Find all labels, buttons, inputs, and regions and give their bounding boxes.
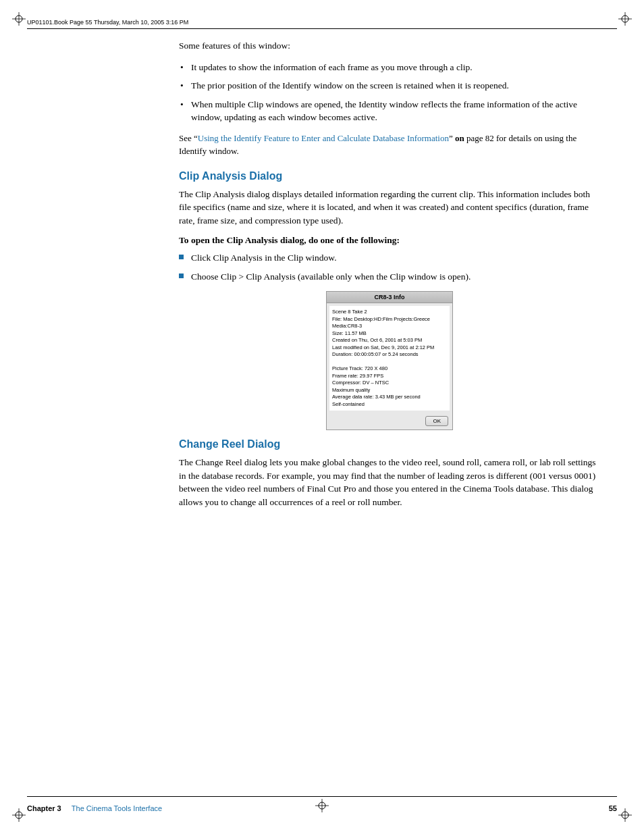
dialog-line-12: Self-contained: [332, 401, 447, 409]
intro-lead: Some features of this window:: [179, 39, 600, 53]
corner-mark-tl: [12, 12, 26, 26]
dialog-line-1: Scene 8 Take 2: [332, 309, 447, 316]
dialog-line-7: Picture Track: 720 X 480: [332, 365, 447, 373]
corner-mark-bl: [12, 808, 26, 822]
change-reel-body: The Change Reel dialog lets you make glo…: [179, 456, 600, 509]
intro-bullet-list: It updates to show the information of ea…: [179, 61, 600, 124]
step-item-2: Choose Clip > Clip Analysis (available o…: [179, 270, 600, 284]
clip-analysis-heading: Clip Analysis Dialog: [179, 170, 600, 182]
dialog-line-4: Created on Thu, Oct 6, 2001 at 5:03 PM: [332, 337, 447, 344]
footer-bar: [27, 796, 617, 797]
bullet-item-1: It updates to show the information of ea…: [179, 61, 600, 74]
dialog-line-2: File: Mac Desktop:HD:Film Projects:Greec…: [332, 316, 447, 330]
chapter-label: Chapter 3: [27, 804, 61, 812]
step-item-1: Click Clip Analysis in the Clip window.: [179, 251, 600, 265]
dialog-line-11: Average data rate: 3.43 MB per second: [332, 394, 447, 401]
page: UP01101.Book Page 55 Thursday, March 10,…: [0, 0, 644, 834]
corner-mark-tr: [618, 12, 632, 26]
see-reference: See “Using the Identify Feature to Enter…: [179, 132, 600, 158]
see-link: Using the Identify Feature to Enter and …: [198, 133, 449, 143]
dialog-titlebar: CR8-3 Info: [327, 292, 452, 303]
clip-analysis-dialog-image: CR8-3 Info Scene 8 Take 2 File: Mac Desk…: [179, 291, 600, 430]
page-number: 55: [609, 804, 617, 812]
header-bar: [27, 28, 617, 29]
clip-analysis-instruction: To open the Clip Analysis dialog, do one…: [179, 235, 600, 246]
dialog-footer: OK: [327, 413, 452, 429]
dialog-line-9: Compressor: DV – NTSC: [332, 380, 447, 387]
main-content: Some features of this window: It updates…: [179, 39, 600, 787]
center-crosshair-bottom: [315, 799, 329, 815]
bullet-item-3: When multiple Clip windows are opened, t…: [179, 98, 600, 124]
dialog-spacer: [332, 359, 447, 366]
dialog-line-3: Size: 11.57 MB: [332, 330, 447, 338]
dialog-line-5: Last modified on Sat, Dec 9, 2001 at 2:1…: [332, 344, 447, 352]
chapter-title: The Cinema Tools Interface: [72, 804, 162, 812]
footer-left: Chapter 3 The Cinema Tools Interface: [27, 804, 162, 812]
header-text: UP01101.Book Page 55 Thursday, March 10,…: [27, 19, 188, 26]
dialog-box: CR8-3 Info Scene 8 Take 2 File: Mac Desk…: [326, 291, 453, 430]
change-reel-heading: Change Reel Dialog: [179, 438, 600, 450]
bullet-item-2: The prior position of the Identify windo…: [179, 79, 600, 93]
dialog-content: Scene 8 Take 2 File: Mac Desktop:HD:Film…: [329, 306, 450, 411]
dialog-ok-button[interactable]: OK: [425, 416, 448, 426]
dialog-line-10: Maximum quality: [332, 387, 447, 394]
clip-analysis-steps: Click Clip Analysis in the Clip window. …: [179, 251, 600, 283]
corner-mark-br: [618, 808, 632, 822]
clip-analysis-body: The Clip Analysis dialog displays detail…: [179, 188, 600, 228]
dialog-line-8: Frame rate: 29.97 FPS: [332, 373, 447, 380]
dialog-line-6: Duration: 00:00:05:07 or 5.24 seconds: [332, 351, 447, 359]
